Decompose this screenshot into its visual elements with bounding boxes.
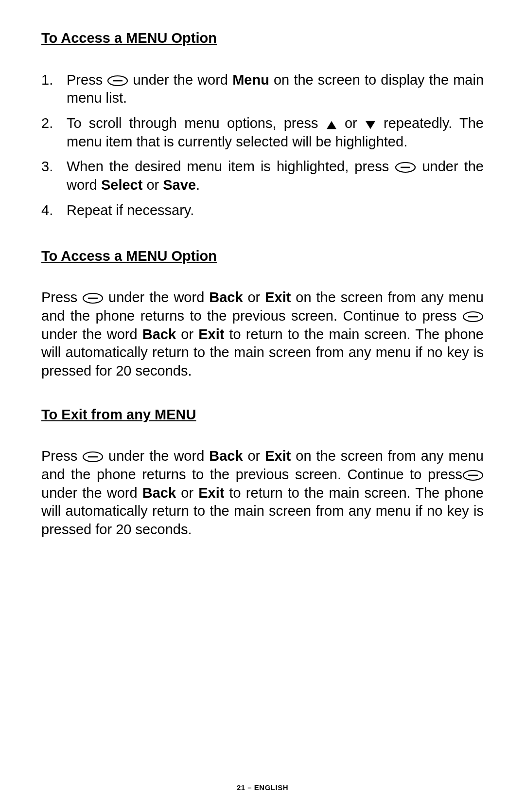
text: or [142, 177, 163, 193]
down-arrow-icon [365, 120, 376, 130]
bold-exit: Exit [265, 289, 291, 305]
softkey-icon [462, 311, 484, 323]
text: Press [67, 72, 107, 88]
bold-back: Back [142, 485, 176, 501]
bold-back: Back [209, 289, 243, 305]
text: under the word [41, 485, 142, 501]
text: Repeat if necessary. [67, 202, 194, 218]
text: When the desired menu item is highlighte… [67, 159, 395, 174]
softkey-icon [82, 451, 104, 463]
bold-exit: Exit [198, 326, 224, 342]
bold-select: Select [101, 177, 142, 193]
softkey-icon [395, 162, 416, 173]
section-3-heading: To Exit from any MENU [41, 406, 484, 424]
bold-exit: Exit [265, 448, 291, 464]
steps-list: Press under the word Menu on the screen … [41, 71, 484, 220]
bold-save: Save [163, 177, 196, 193]
text: or [337, 115, 365, 131]
text: Press [41, 289, 82, 305]
softkey-icon [107, 75, 128, 87]
bold-exit: Exit [198, 485, 224, 501]
text: under the word [41, 326, 142, 342]
text: or [176, 326, 198, 342]
section-2-heading: To Access a MENU Option [41, 247, 484, 266]
step-1: Press under the word Menu on the screen … [41, 71, 484, 108]
manual-page: To Access a MENU Option Press under the … [0, 0, 525, 539]
text: or [176, 485, 198, 501]
text: under the word [104, 448, 209, 464]
up-arrow-icon [326, 120, 337, 130]
text: To scroll through menu options, press [67, 115, 326, 131]
softkey-icon [462, 469, 484, 481]
text: or [243, 448, 265, 464]
text: Press [41, 448, 82, 464]
section-1-heading: To Access a MENU Option [41, 29, 484, 48]
bold-back: Back [142, 326, 176, 342]
text: . [196, 177, 200, 193]
bold-back: Back [209, 448, 243, 464]
section-3-paragraph: Press under the word Back or Exit on the… [41, 447, 484, 539]
bold-menu: Menu [232, 72, 269, 88]
softkey-icon [82, 292, 104, 304]
page-footer: 21 – ENGLISH [0, 783, 525, 792]
section-2-paragraph: Press under the word Back or Exit on the… [41, 289, 484, 380]
step-4: Repeat if necessary. [41, 201, 484, 220]
text: under the word [128, 72, 232, 88]
step-3: When the desired menu item is highlighte… [41, 158, 484, 194]
step-2: To scroll through menu options, press or… [41, 114, 484, 151]
text: under the word [104, 289, 209, 305]
text: or [243, 289, 265, 305]
